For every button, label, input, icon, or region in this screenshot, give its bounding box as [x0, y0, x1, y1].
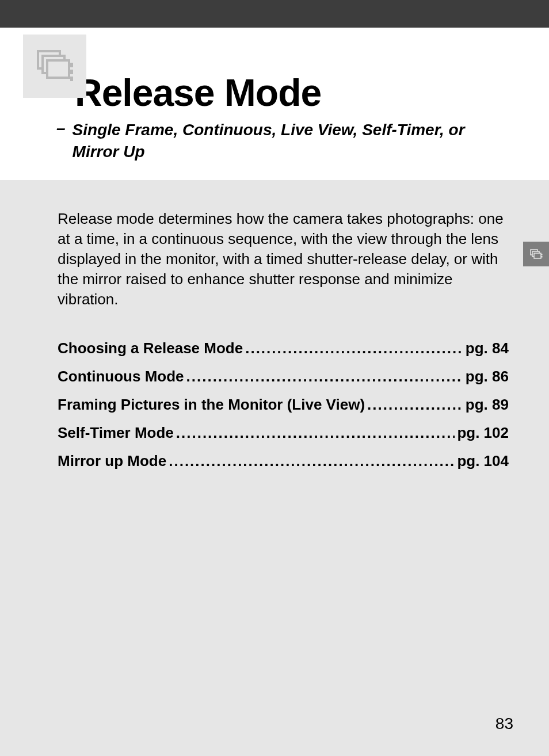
toc-row: Framing Pictures in the Monitor (Live Vi… — [58, 396, 509, 414]
toc-row: Choosing a Release Mode pg. 84 — [58, 339, 509, 357]
toc-title: Continuous Mode — [58, 368, 184, 385]
toc-page: pg. 86 — [466, 368, 509, 385]
intro-paragraph: Release mode determines how the camera t… — [58, 209, 509, 310]
svg-rect-8 — [534, 253, 541, 258]
toc-dots — [169, 452, 455, 470]
toc-dots — [367, 396, 463, 414]
toc-page: pg. 89 — [466, 396, 509, 414]
toc-dots — [186, 368, 463, 385]
toc-row: Self-Timer Mode pg. 102 — [58, 424, 509, 442]
body-content: Release mode determines how the camera t… — [0, 180, 549, 470]
subtitle: Single Frame, Continuous, Live View, Sel… — [73, 119, 514, 163]
toc-title: Self-Timer Mode — [58, 424, 174, 442]
toc-row: Continuous Mode pg. 86 — [58, 368, 509, 385]
toc-dots — [176, 424, 455, 442]
toc-page: pg. 102 — [457, 424, 509, 442]
toc-page: pg. 84 — [466, 339, 509, 357]
svg-rect-2 — [47, 60, 69, 78]
svg-rect-10 — [541, 256, 542, 258]
svg-rect-3 — [70, 63, 73, 67]
top-bar — [0, 0, 549, 28]
page-title: Release Mode — [75, 71, 549, 114]
page-number: 83 — [495, 715, 513, 733]
toc-title: Framing Pictures in the Monitor (Live Vi… — [58, 396, 365, 414]
subtitle-dash: – — [56, 119, 66, 163]
continuous-shooting-small-icon — [530, 249, 543, 259]
toc-title: Mirror up Mode — [58, 452, 166, 470]
svg-rect-4 — [70, 70, 73, 74]
svg-rect-9 — [541, 254, 542, 255]
table-of-contents: Choosing a Release Mode pg. 84 Continuou… — [58, 339, 509, 470]
toc-dots — [245, 339, 463, 357]
toc-row: Mirror up Mode pg. 104 — [58, 452, 509, 470]
toc-page: pg. 104 — [457, 452, 509, 470]
subtitle-row: – Single Frame, Continuous, Live View, S… — [56, 119, 549, 163]
section-tab — [523, 242, 549, 266]
toc-title: Choosing a Release Mode — [58, 339, 243, 357]
svg-rect-5 — [70, 77, 73, 81]
chapter-icon-block — [23, 35, 86, 98]
continuous-shooting-icon — [35, 49, 75, 83]
header-section: Release Mode – Single Frame, Continuous,… — [0, 28, 549, 180]
